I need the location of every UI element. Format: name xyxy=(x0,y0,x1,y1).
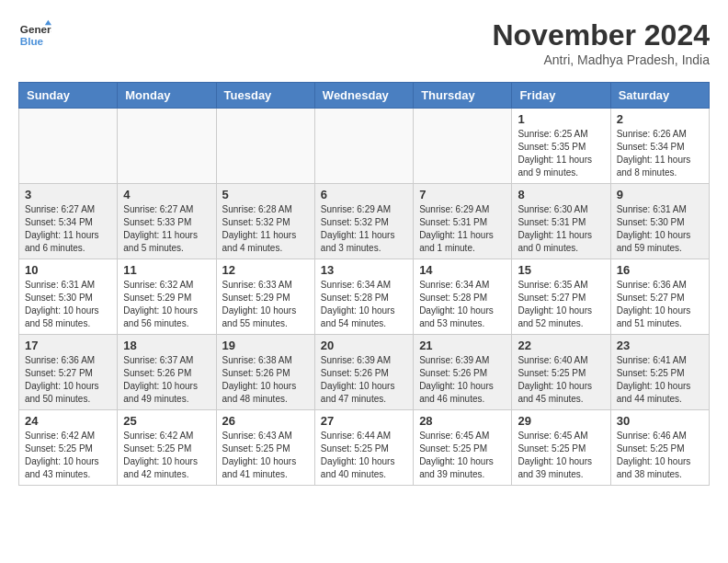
calendar-week-5: 24Sunrise: 6:42 AM Sunset: 5:25 PM Dayli… xyxy=(19,410,710,486)
day-number: 10 xyxy=(25,263,111,277)
day-info: Sunrise: 6:30 AM Sunset: 5:31 PM Dayligh… xyxy=(518,203,604,255)
day-number: 24 xyxy=(25,414,111,428)
day-number: 17 xyxy=(25,339,111,352)
day-info: Sunrise: 6:27 AM Sunset: 5:33 PM Dayligh… xyxy=(123,203,210,255)
svg-text:Blue: Blue xyxy=(20,35,44,47)
calendar-cell xyxy=(216,109,314,184)
weekday-header-tuesday: Tuesday xyxy=(216,83,314,109)
weekday-header-friday: Friday xyxy=(512,83,610,109)
day-info: Sunrise: 6:33 AM Sunset: 5:29 PM Dayligh… xyxy=(222,279,309,330)
day-info: Sunrise: 6:36 AM Sunset: 5:27 PM Dayligh… xyxy=(617,279,703,330)
day-number: 16 xyxy=(617,263,703,277)
day-number: 13 xyxy=(321,263,407,277)
day-number: 21 xyxy=(419,339,506,352)
day-info: Sunrise: 6:31 AM Sunset: 5:30 PM Dayligh… xyxy=(25,279,111,330)
day-info: Sunrise: 6:29 AM Sunset: 5:32 PM Dayligh… xyxy=(321,203,407,255)
calendar-cell: 30Sunrise: 6:46 AM Sunset: 5:25 PM Dayli… xyxy=(610,410,709,486)
day-number: 3 xyxy=(25,188,111,201)
calendar-cell: 22Sunrise: 6:40 AM Sunset: 5:25 PM Dayli… xyxy=(512,335,610,410)
calendar-cell: 8Sunrise: 6:30 AM Sunset: 5:31 PM Daylig… xyxy=(512,184,610,259)
day-info: Sunrise: 6:36 AM Sunset: 5:27 PM Dayligh… xyxy=(25,354,111,406)
day-number: 25 xyxy=(123,414,210,428)
month-year: November 2024 xyxy=(492,18,710,52)
calendar-cell: 6Sunrise: 6:29 AM Sunset: 5:32 PM Daylig… xyxy=(314,184,413,259)
day-number: 8 xyxy=(518,188,604,201)
calendar-cell xyxy=(414,109,512,184)
calendar-cell: 3Sunrise: 6:27 AM Sunset: 5:34 PM Daylig… xyxy=(19,184,118,259)
day-number: 14 xyxy=(419,263,506,277)
calendar-cell: 7Sunrise: 6:29 AM Sunset: 5:31 PM Daylig… xyxy=(414,184,512,259)
calendar-week-3: 10Sunrise: 6:31 AM Sunset: 5:30 PM Dayli… xyxy=(19,259,710,335)
day-info: Sunrise: 6:29 AM Sunset: 5:31 PM Dayligh… xyxy=(419,203,506,255)
calendar-cell: 20Sunrise: 6:39 AM Sunset: 5:26 PM Dayli… xyxy=(314,335,413,410)
day-number: 4 xyxy=(123,188,210,201)
calendar-cell: 23Sunrise: 6:41 AM Sunset: 5:25 PM Dayli… xyxy=(610,335,709,410)
calendar-cell: 9Sunrise: 6:31 AM Sunset: 5:30 PM Daylig… xyxy=(610,184,709,259)
calendar-cell xyxy=(19,109,118,184)
day-info: Sunrise: 6:38 AM Sunset: 5:26 PM Dayligh… xyxy=(222,354,309,406)
day-number: 2 xyxy=(617,112,703,126)
day-info: Sunrise: 6:25 AM Sunset: 5:35 PM Dayligh… xyxy=(518,128,604,179)
calendar-week-2: 3Sunrise: 6:27 AM Sunset: 5:34 PM Daylig… xyxy=(19,184,710,259)
day-info: Sunrise: 6:40 AM Sunset: 5:25 PM Dayligh… xyxy=(518,354,604,406)
day-number: 29 xyxy=(518,414,604,428)
day-number: 20 xyxy=(321,339,407,352)
calendar-cell: 14Sunrise: 6:34 AM Sunset: 5:28 PM Dayli… xyxy=(414,259,512,335)
calendar-cell: 11Sunrise: 6:32 AM Sunset: 5:29 PM Dayli… xyxy=(118,259,216,335)
day-number: 11 xyxy=(123,263,210,277)
day-info: Sunrise: 6:46 AM Sunset: 5:25 PM Dayligh… xyxy=(617,430,703,481)
day-info: Sunrise: 6:26 AM Sunset: 5:34 PM Dayligh… xyxy=(617,128,703,179)
day-info: Sunrise: 6:27 AM Sunset: 5:34 PM Dayligh… xyxy=(25,203,111,255)
calendar-cell xyxy=(314,109,413,184)
logo-icon: General Blue xyxy=(18,18,51,52)
calendar-cell: 28Sunrise: 6:45 AM Sunset: 5:25 PM Dayli… xyxy=(414,410,512,486)
calendar-cell: 16Sunrise: 6:36 AM Sunset: 5:27 PM Dayli… xyxy=(610,259,709,335)
day-info: Sunrise: 6:44 AM Sunset: 5:25 PM Dayligh… xyxy=(321,430,407,481)
day-info: Sunrise: 6:39 AM Sunset: 5:26 PM Dayligh… xyxy=(321,354,407,406)
day-info: Sunrise: 6:45 AM Sunset: 5:25 PM Dayligh… xyxy=(419,430,506,481)
day-info: Sunrise: 6:32 AM Sunset: 5:29 PM Dayligh… xyxy=(123,279,210,330)
day-info: Sunrise: 6:43 AM Sunset: 5:25 PM Dayligh… xyxy=(222,430,309,481)
day-info: Sunrise: 6:41 AM Sunset: 5:25 PM Dayligh… xyxy=(617,354,703,406)
calendar-cell: 1Sunrise: 6:25 AM Sunset: 5:35 PM Daylig… xyxy=(512,109,610,184)
calendar-cell: 24Sunrise: 6:42 AM Sunset: 5:25 PM Dayli… xyxy=(19,410,118,486)
day-info: Sunrise: 6:42 AM Sunset: 5:25 PM Dayligh… xyxy=(123,430,210,481)
calendar-cell: 5Sunrise: 6:28 AM Sunset: 5:32 PM Daylig… xyxy=(216,184,314,259)
day-info: Sunrise: 6:35 AM Sunset: 5:27 PM Dayligh… xyxy=(518,279,604,330)
calendar-cell: 19Sunrise: 6:38 AM Sunset: 5:26 PM Dayli… xyxy=(216,335,314,410)
calendar-cell: 10Sunrise: 6:31 AM Sunset: 5:30 PM Dayli… xyxy=(19,259,118,335)
calendar-cell: 18Sunrise: 6:37 AM Sunset: 5:26 PM Dayli… xyxy=(118,335,216,410)
title-block: November 2024 Antri, Madhya Pradesh, Ind… xyxy=(492,18,710,67)
location: Antri, Madhya Pradesh, India xyxy=(492,52,710,67)
calendar-table: SundayMondayTuesdayWednesdayThursdayFrid… xyxy=(18,82,710,486)
page-header: General Blue November 2024 Antri, Madhya… xyxy=(18,18,710,67)
day-number: 6 xyxy=(321,188,407,201)
day-number: 7 xyxy=(419,188,506,201)
calendar-cell: 2Sunrise: 6:26 AM Sunset: 5:34 PM Daylig… xyxy=(610,109,709,184)
weekday-header-saturday: Saturday xyxy=(610,83,709,109)
day-info: Sunrise: 6:45 AM Sunset: 5:25 PM Dayligh… xyxy=(518,430,604,481)
day-number: 19 xyxy=(222,339,309,352)
calendar-cell: 25Sunrise: 6:42 AM Sunset: 5:25 PM Dayli… xyxy=(118,410,216,486)
calendar-week-4: 17Sunrise: 6:36 AM Sunset: 5:27 PM Dayli… xyxy=(19,335,710,410)
day-info: Sunrise: 6:39 AM Sunset: 5:26 PM Dayligh… xyxy=(419,354,506,406)
day-info: Sunrise: 6:42 AM Sunset: 5:25 PM Dayligh… xyxy=(25,430,111,481)
day-number: 26 xyxy=(222,414,309,428)
weekday-header-row: SundayMondayTuesdayWednesdayThursdayFrid… xyxy=(19,83,710,109)
day-number: 30 xyxy=(617,414,703,428)
day-info: Sunrise: 6:34 AM Sunset: 5:28 PM Dayligh… xyxy=(419,279,506,330)
day-info: Sunrise: 6:28 AM Sunset: 5:32 PM Dayligh… xyxy=(222,203,309,255)
day-number: 18 xyxy=(123,339,210,352)
calendar-cell: 17Sunrise: 6:36 AM Sunset: 5:27 PM Dayli… xyxy=(19,335,118,410)
weekday-header-thursday: Thursday xyxy=(414,83,512,109)
weekday-header-wednesday: Wednesday xyxy=(314,83,413,109)
logo: General Blue xyxy=(18,18,51,52)
calendar-cell xyxy=(118,109,216,184)
calendar-cell: 21Sunrise: 6:39 AM Sunset: 5:26 PM Dayli… xyxy=(414,335,512,410)
calendar-cell: 29Sunrise: 6:45 AM Sunset: 5:25 PM Dayli… xyxy=(512,410,610,486)
weekday-header-sunday: Sunday xyxy=(19,83,118,109)
day-number: 27 xyxy=(321,414,407,428)
day-info: Sunrise: 6:34 AM Sunset: 5:28 PM Dayligh… xyxy=(321,279,407,330)
calendar-week-1: 1Sunrise: 6:25 AM Sunset: 5:35 PM Daylig… xyxy=(19,109,710,184)
day-number: 12 xyxy=(222,263,309,277)
